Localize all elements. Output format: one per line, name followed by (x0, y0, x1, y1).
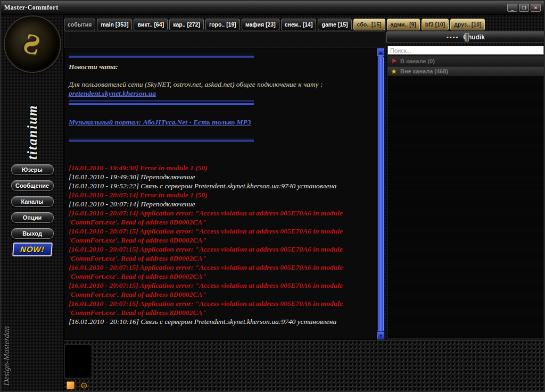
scrollbar-thumb[interactable] (378, 56, 384, 331)
window-controls: _ ❐ ✕ (507, 4, 541, 12)
chat-line: [16.01.2010 - 20:07:14] Переподключение (69, 199, 373, 208)
chat-line: Для пользователей сети (SkyNET, ostrov.n… (69, 80, 373, 89)
channel-tab[interactable]: друз.. [10] (450, 19, 485, 30)
group-label: Вне канала (468) (400, 68, 448, 74)
brand-titanium: titanium (25, 80, 40, 160)
sidebar-button[interactable]: Сообщение (11, 180, 54, 191)
chat-line: [16.01.2010 - 19:49:30] Error in module … (69, 163, 373, 172)
chat-line (69, 101, 254, 105)
now-badge[interactable]: NOW! (12, 243, 53, 256)
window-title: Master-Commfort (4, 4, 59, 12)
chat-line: [16.01.2010 - 20:07:15] Application erro… (69, 227, 373, 245)
channel-tab[interactable]: горо.. [19] (205, 19, 240, 30)
sidebar: Ƨ titanium Юзеры Сообщение Каналы Опции … (1, 15, 64, 391)
format-icon[interactable] (67, 381, 75, 389)
channel-tab[interactable]: мафия [23] (242, 19, 279, 30)
smiley-icon[interactable]: ☺ (79, 381, 88, 389)
clan-logo: Ƨ (5, 16, 60, 72)
chat-line: [16.01.2010 - 20:07:14] Error in module … (69, 190, 373, 199)
input-area: ☺ (64, 340, 545, 392)
channel-tabbar: события main [353] викт.. [64] кар.. [27… (64, 18, 544, 30)
group-icon (391, 58, 397, 65)
search-input[interactable] (387, 46, 544, 55)
group-icon (391, 68, 397, 75)
maximize-button[interactable]: ❐ (519, 4, 529, 12)
connection-dots-icon: •••• (447, 34, 459, 40)
channel-tab[interactable]: game [15] (318, 19, 351, 30)
chat-line: [16.01.2010 - 19:52:22] Связь с сервером… (69, 181, 373, 190)
chat-line: Музыкальный портал: АбоJITуса.Net - Есть… (69, 118, 373, 127)
user-group-row[interactable]: В канале (0) (387, 56, 544, 66)
chat-line (69, 155, 373, 163)
sidebar-button[interactable]: Каналы (11, 196, 54, 207)
chat-line: [16.01.2010 - 19:49:30] Переподключение (69, 172, 373, 181)
chat-line (69, 54, 254, 58)
avatar-box (64, 344, 92, 378)
topic-bar (64, 31, 385, 47)
chat-line: [16.01.2010 - 20:10:16] Связь с сервером… (69, 317, 373, 326)
chat-line: pretendent.skynet.kherson.ua (69, 89, 373, 98)
user-list[interactable] (387, 77, 544, 339)
sidebar-button[interactable]: Юзеры (11, 164, 54, 175)
channel-tab[interactable]: сбо.. [15] (353, 19, 385, 30)
sidebar-button[interactable]: Выход (11, 228, 54, 239)
user-dropdown[interactable]: •••• Chudik (386, 31, 545, 43)
chat-scrollbar[interactable]: ▲ ▼ (377, 48, 385, 340)
titlebar[interactable]: Master-Commfort _ ❐ ✕ (1, 1, 544, 15)
minimize-button[interactable]: _ (507, 4, 517, 12)
app-window: Master-Commfort _ ❐ ✕ события main [353]… (0, 0, 545, 392)
group-label: В канале (0) (400, 58, 435, 64)
chat-line (69, 71, 373, 80)
channel-tab[interactable]: события (64, 19, 95, 30)
chat-line: [16.01.2010 - 20:07:14] Application erro… (69, 208, 373, 227)
sidebar-button[interactable]: Опции (11, 212, 54, 223)
chat-line (69, 138, 254, 142)
chat-line: [16.01.2010 - 20:07:15] Application erro… (69, 245, 373, 263)
serpent-icon: Ƨ (20, 26, 44, 62)
chat-line (69, 146, 373, 155)
chat-line (69, 127, 373, 135)
channel-tab[interactable]: викт.. [64] (134, 19, 168, 30)
channel-tab[interactable]: main [353] (97, 19, 132, 30)
chat-area[interactable]: Новости чата: Для пользователей сети (Sk… (64, 48, 377, 340)
users-panel: •••• Chudik В канале (0) Вне канала (468… (386, 31, 545, 340)
scroll-down-icon[interactable]: ▼ (377, 332, 384, 339)
chat-line: Новости чата: (69, 62, 373, 71)
channel-tab[interactable]: снеж.. [14] (281, 19, 317, 30)
channel-tab[interactable]: адми.. [9] (387, 19, 420, 30)
sidebar-menu: Юзеры Сообщение Каналы Опции Выход (1, 164, 63, 239)
user-groups: В канале (0) Вне канала (468) (387, 56, 544, 77)
channel-tab[interactable]: кар.. [272] (169, 19, 204, 30)
chat-line: [16.01.2010 - 20:07:15] Application erro… (69, 263, 373, 281)
user-group-row[interactable]: Вне канала (468) (387, 66, 544, 77)
message-input[interactable] (93, 341, 545, 392)
panel-grip[interactable] (465, 33, 469, 41)
chat-line (69, 109, 373, 118)
channel-tab[interactable]: bf3 [10] (422, 19, 449, 30)
designer-credit: Design-Masterdan (2, 253, 11, 386)
scroll-up-icon[interactable]: ▲ (377, 48, 384, 56)
chat-line: [16.01.2010 - 20:07:15] Application erro… (69, 281, 373, 299)
close-button[interactable]: ✕ (531, 4, 541, 12)
chat-line: [16.01.2010 - 20:07:15] Application erro… (69, 299, 373, 317)
input-toolbar: ☺ (67, 381, 88, 389)
